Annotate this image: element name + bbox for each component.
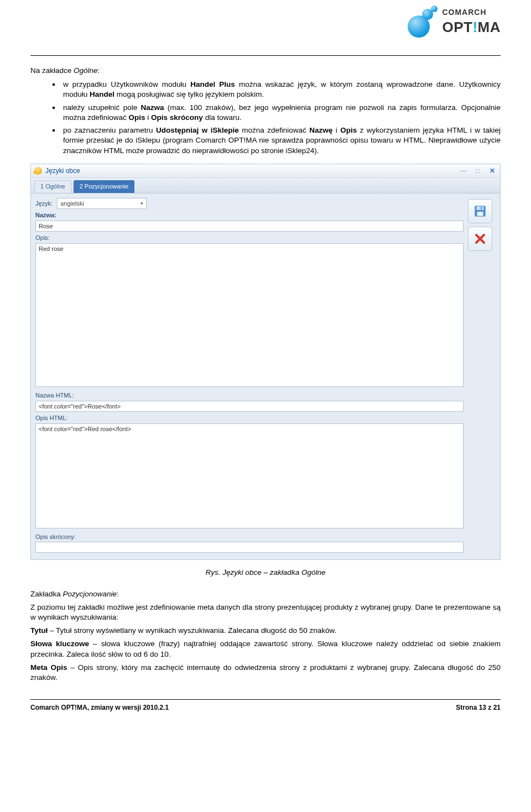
save-button[interactable] [468,199,492,223]
input-nazwa[interactable] [35,221,464,232]
input-nazwa-html[interactable] [35,401,464,412]
tab-bar: 1 Ogólne 2 Pozycjonowanie [31,178,500,193]
footer-right: Strona 13 z 21 [456,703,501,712]
figure-caption: Rys. Języki obce – zakładka Ogólne [30,568,501,578]
svg-rect-3 [481,207,482,209]
def-meta-opis: Meta Opis – Opis strony, który ma zachęc… [30,663,501,683]
logo-company: COMARCH [442,7,501,18]
logo-graphic [402,6,438,39]
bullet-list: w przypadku Użytkowników modułu Handel P… [30,79,501,156]
label-nazwa: Nazwa: [35,211,464,219]
brand-logo: COMARCH OPT!MA [402,6,501,39]
window-icon [33,166,43,176]
label-opis-html: Opis HTML: [35,414,464,422]
bullet-3: po zaznaczeniu parametru Udostępniaj w i… [61,125,501,156]
cancel-button[interactable] [468,227,492,251]
label-opis-skrocony: Opis skrócony: [35,533,464,541]
floppy-icon [473,204,487,218]
textarea-opis[interactable]: Red rose [35,243,464,387]
close-button[interactable]: ✕ [488,167,497,175]
label-opis: Opis: [35,234,464,242]
tab-pozycjonowanie[interactable]: 2 Pozycjonowanie [74,180,135,193]
header-rule [30,55,501,56]
section-ogolne-heading: Na zakładce Ogólne: [30,66,501,76]
pozycjonowanie-intro: Z poziomu tej zakładki możliwe jest zdef… [30,603,501,622]
def-tytul: Tytuł – Tytuł strony wyświetlany w wynik… [30,626,501,636]
select-jezyk-value: angielski [60,200,84,208]
svg-rect-1 [477,206,484,210]
textarea-opis-html[interactable]: <font color="red">Red rose</font> [35,423,464,528]
label-nazwa-html: Nazwa HTML: [35,391,464,400]
titlebar: Języki obce — □ ✕ [31,164,500,178]
footer-left: Comarch OPT!MA, zmiany w wersji 2010.2.1 [30,703,169,712]
section-pozycjonowanie-heading: Zakładka Pozycjonowanie: [30,589,501,599]
chevron-down-icon: ▾ [140,200,143,207]
bullet-1: w przypadku Użytkowników modułu Handel P… [61,79,501,99]
app-window: Języki obce — □ ✕ 1 Ogólne 2 Pozycjonowa… [30,164,501,560]
window-title: Języki obce [45,166,80,175]
svg-rect-2 [477,212,483,216]
bullet-2: należy uzupełnić pole Nazwa (max. 100 zn… [61,102,501,123]
close-icon [473,232,487,245]
maximize-button[interactable]: □ [473,167,482,175]
logo-product: OPT!MA [442,18,501,37]
minimize-button[interactable]: — [459,167,468,175]
select-jezyk[interactable]: angielski ▾ [57,198,147,209]
def-slowa: Słowa kluczowe – słowa kluczowe (frazy) … [30,639,501,659]
input-opis-skrocony[interactable] [35,542,464,553]
label-jezyk: Język: [35,200,53,208]
tab-ogolne[interactable]: 1 Ogólne [34,180,71,193]
